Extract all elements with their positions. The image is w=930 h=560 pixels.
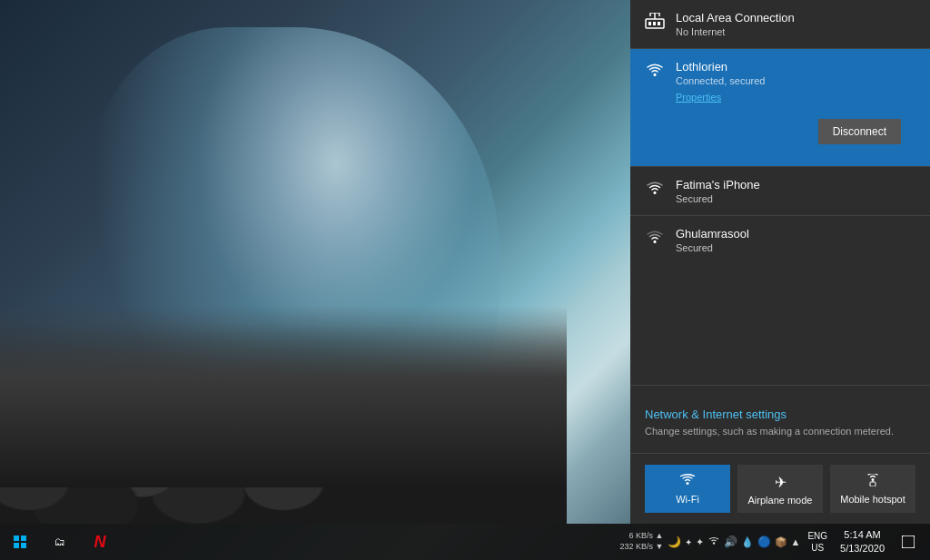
- svg-point-11: [687, 482, 689, 485]
- ethernet-connection-info: Local Area Connection No Internet: [676, 11, 915, 37]
- clock-time: 5:14 AM: [844, 528, 880, 542]
- wifi-connected-icon: [645, 62, 665, 83]
- netflix-icon: N: [94, 533, 106, 552]
- folder-icon[interactable]: ▲: [791, 536, 801, 547]
- wifi-network-status-1: Secured: [676, 242, 915, 253]
- wifi-network-item-1[interactable]: Ghulamrasool Secured: [630, 216, 930, 264]
- ethernet-connection-status: No Internet: [676, 26, 915, 37]
- network-speed-display: 6 KB/s ▲ 232 KB/s ▼: [620, 531, 664, 552]
- clock-date: 5/13/2020: [840, 542, 885, 555]
- wifi-network-icon-1: [645, 229, 665, 250]
- svg-rect-13: [870, 482, 876, 486]
- brightness-icon[interactable]: 🌙: [668, 535, 681, 548]
- svg-point-15: [712, 542, 714, 544]
- download-speed: 232 KB/s ▼: [620, 542, 664, 553]
- location-icon[interactable]: ✦: [696, 536, 704, 548]
- notification-center-button[interactable]: [894, 524, 923, 560]
- ethernet-icon: [645, 13, 665, 34]
- svg-rect-16: [902, 535, 915, 548]
- wifi-network-name-0: Fatima's iPhone: [676, 178, 915, 192]
- wifi-network-info-0: Fatima's iPhone Secured: [676, 178, 915, 204]
- file-icon: 🗂: [54, 535, 65, 548]
- wifi-network-icon-0: [645, 180, 665, 201]
- hotspot-quick-label: Mobile hotspot: [840, 494, 905, 505]
- disconnect-button[interactable]: Disconnect: [818, 119, 901, 144]
- wifi-properties-link[interactable]: Properties: [676, 92, 915, 103]
- language-display[interactable]: ENG US: [804, 530, 831, 554]
- quick-action-hotspot[interactable]: Mobile hotspot: [830, 465, 915, 513]
- dropbox-icon[interactable]: 📦: [775, 536, 787, 548]
- ethernet-connection-item[interactable]: Local Area Connection No Internet: [630, 0, 930, 48]
- quick-action-airplane[interactable]: ✈ Airplane mode: [737, 465, 823, 513]
- ethernet-connection-name: Local Area Connection: [676, 11, 915, 25]
- language-code: ENG: [807, 530, 827, 542]
- quick-actions-bar: Wi-Fi ✈ Airplane mode Mobile hotspot: [630, 454, 930, 524]
- wifi-network-name-1: Ghulamrasool: [676, 227, 915, 241]
- airplane-quick-label: Airplane mode: [748, 495, 813, 506]
- language-region: US: [811, 542, 824, 554]
- wifi-network-item-0[interactable]: Fatima's iPhone Secured: [630, 167, 930, 215]
- netflix-button[interactable]: N: [80, 524, 120, 560]
- wifi-connected-info: Lothlorien Connected, secured Properties: [676, 60, 915, 103]
- wifi-connected-item[interactable]: Lothlorien Connected, secured Properties: [630, 49, 930, 113]
- start-button[interactable]: [0, 524, 40, 560]
- wifi-quick-label: Wi-Fi: [676, 494, 699, 505]
- wifi-network-status-0: Secured: [676, 193, 915, 204]
- svg-point-10: [654, 241, 657, 243]
- wifi-connected-status: Connected, secured: [676, 75, 915, 86]
- svg-rect-2: [653, 22, 656, 25]
- svg-point-9: [654, 192, 657, 194]
- wifi-quick-icon: [679, 474, 696, 490]
- bluetooth-icon[interactable]: 🔵: [757, 535, 771, 548]
- svg-rect-3: [658, 22, 660, 25]
- airplane-quick-icon: ✈: [775, 474, 787, 491]
- volume-icon[interactable]: 🔊: [724, 535, 737, 548]
- svg-point-12: [872, 478, 875, 481]
- clock[interactable]: 5:14 AM 5/13/2020: [835, 528, 890, 556]
- windows-logo-icon: [14, 535, 26, 548]
- hotspot-quick-icon: [865, 474, 881, 490]
- disconnect-section: Disconnect: [630, 113, 930, 166]
- network-panel: Local Area Connection No Internet Lothlo…: [630, 0, 930, 524]
- water-icon[interactable]: 💧: [741, 536, 754, 548]
- network-settings-description: Change settings, such as making a connec…: [645, 425, 915, 438]
- taskbar: 🗂 N 6 KB/s ▲ 232 KB/s ▼ 🌙 ✦ ✦ 🔊 💧 🔵 📦 ▲: [0, 524, 930, 560]
- wifi-connected-name: Lothlorien: [676, 60, 915, 74]
- panel-divider-4: [630, 385, 930, 386]
- rocks-decoration: [0, 324, 567, 524]
- network-settings-section: Network & Internet settings Change setti…: [630, 393, 930, 453]
- network-icon[interactable]: [707, 535, 720, 549]
- search-icon[interactable]: ✦: [685, 537, 692, 547]
- quick-action-wifi[interactable]: Wi-Fi: [645, 465, 730, 513]
- panel-spacer: [630, 264, 930, 385]
- upload-speed: 6 KB/s ▲: [629, 531, 664, 542]
- network-settings-link[interactable]: Network & Internet settings: [645, 408, 915, 421]
- svg-rect-1: [648, 22, 651, 25]
- taskbar-right: 6 KB/s ▲ 232 KB/s ▼ 🌙 ✦ ✦ 🔊 💧 🔵 📦 ▲ ENG …: [620, 524, 930, 560]
- svg-point-8: [654, 74, 657, 76]
- wifi-network-info-1: Ghulamrasool Secured: [676, 227, 915, 253]
- task-view-button[interactable]: 🗂: [40, 524, 80, 560]
